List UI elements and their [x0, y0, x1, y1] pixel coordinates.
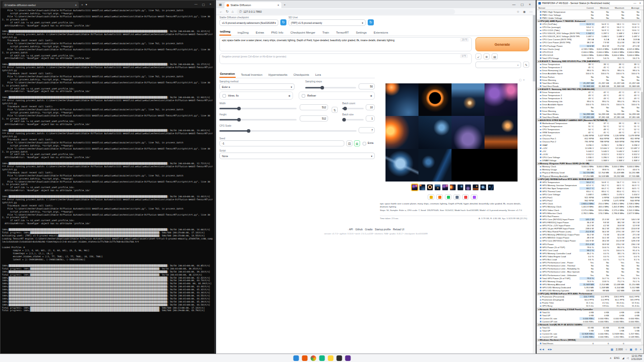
sensor-row[interactable]: GPU Max-Rated Power (sum) 252.8 W 34.4 W…	[537, 230, 641, 233]
webui-tab[interactable]: Extensions	[373, 31, 389, 36]
sensor-row[interactable]: Total DL 0 KB 0 KB 0 KB 0 KB	[537, 311, 641, 314]
browser-tab[interactable]: Stable Diffusion ×	[224, 2, 281, 8]
taskbar-app-icon[interactable]	[302, 355, 308, 361]
new-tab-icon[interactable]: +	[81, 3, 83, 6]
sensor-row[interactable]: GPU Core Voltage 1.068 V 0.880 V 1.070 V…	[537, 193, 641, 196]
clock[interactable]: 12:01 PM 1/31/2024	[631, 355, 642, 361]
generated-image[interactable]	[418, 149, 452, 182]
logging-icon[interactable]: ▣	[630, 348, 632, 351]
generated-image[interactable]	[418, 83, 452, 116]
sensor-row[interactable]: CPU (Tctl/Tdie) 55.9 °C 50.9 °C 58.1 °C …	[537, 22, 641, 25]
sensor-row[interactable]: GPU [#0]: NVIDIA GeForce RTX 4080: Perfo…	[537, 292, 641, 295]
edit-styles-button[interactable]: ✎	[523, 62, 529, 68]
sensor-row[interactable]: Windows Hardware Errors (WHEA)	[537, 339, 641, 342]
sensor-row[interactable]: GPU Power (% of TDP) 78.6 % 10.6 % 86.3 …	[537, 246, 641, 249]
footer-link[interactable]: Github	[353, 228, 363, 231]
sensor-row[interactable]: GPU Performance Limit - Utilization Yes …	[537, 274, 641, 277]
forward-icon[interactable]: ◄►	[547, 348, 553, 351]
workspaces-icon[interactable]: ▦	[219, 3, 222, 6]
sampling-steps-slider[interactable]	[305, 87, 356, 88]
sensor-row[interactable]: PMIC High Temperature No No No No	[537, 10, 641, 13]
hires-fix-checkbox[interactable]	[222, 94, 226, 98]
batch-size-slider[interactable]	[342, 119, 364, 120]
sensor-row[interactable]: VBAT 3.296 V 3.296 V 3.296 V 3.296 V	[537, 143, 641, 146]
sensor-row[interactable]: GPU Performance Limit - Power Yes No Yes…	[537, 261, 641, 264]
sensor-row[interactable]: Network: Realtek Gaming 2.5GbE Family Co…	[537, 308, 641, 311]
generated-image[interactable]	[385, 83, 418, 116]
gallery-action-button[interactable]	[471, 194, 477, 200]
gear-icon[interactable]: ⚙	[635, 348, 637, 351]
checkpoint-dropdown[interactable]: v1-5-pruned-emaonly.safetensors [6ce0161…	[219, 19, 278, 26]
sensor-row[interactable]: VRM Temperature 42 °C 41 °C 44 °C 42 °C	[537, 131, 641, 134]
webui-tab[interactable]: TensorRT	[336, 31, 349, 36]
minimize-icon[interactable]: —	[512, 3, 516, 7]
new-tab-icon[interactable]: +	[284, 3, 286, 6]
maximize-icon[interactable]: ▢	[202, 3, 205, 6]
sensor-row[interactable]: GPU Core Load 98.2 % 0.0 % 100.0 % 91.4 …	[537, 249, 641, 252]
sensor-row[interactable]: GPU Power 251.4 W 33.9 W 276.2 W 236.1 W	[537, 243, 641, 246]
reuse-seed-button[interactable]: ♻	[354, 140, 360, 146]
sensor-row[interactable]: CPU UCLK 3,000.0 MHz 3,000.0 MHz 3,000.0…	[537, 53, 641, 56]
tab-close-icon[interactable]: ×	[75, 4, 77, 7]
txt2img-subtab[interactable]: Generation	[219, 72, 236, 78]
generated-image[interactable]	[385, 149, 418, 182]
sensor-row[interactable]: GPU 16-pin HVPWR Input Power 238.6 W 30.…	[537, 227, 641, 230]
sensor-row[interactable]: Total GPU Power [% of TGP] 79.3 % 10.7 %…	[537, 277, 641, 280]
sensor-row[interactable]: GPU D3D Memory Dynamic 131 MB 98 MB 142 …	[537, 289, 641, 292]
sensor-row[interactable]: GPU Temperature 56.4 °C 50.8 °C 56.7 °C …	[537, 180, 641, 184]
maximize-icon[interactable]: ▢	[521, 3, 524, 7]
terminal-tab[interactable]: D:\stable-diffusion-webui ×	[3, 2, 79, 8]
tab-dropdown-icon[interactable]: ▾	[86, 3, 87, 6]
sampling-method-dropdown[interactable]: Euler a ▾	[219, 83, 295, 90]
taskbar-app-icon[interactable]	[294, 355, 299, 361]
sensor-row[interactable]: GPU Clock 2,805.0 MHz 210.0 MHz 2,805.0 …	[537, 202, 641, 205]
sensor-row[interactable]: Total UP 1 KB 1 KB 1 KB 1 KB	[537, 329, 641, 333]
sensor-row[interactable]: Total Host Writes 21,297 GB 21,297 GB 21…	[537, 81, 641, 84]
back-icon[interactable]: ←	[219, 10, 223, 13]
styles-dropdown[interactable]: ▾	[475, 62, 521, 68]
extra-seed-checkbox[interactable]	[363, 142, 366, 145]
gallery-thumbnail[interactable]	[488, 184, 494, 191]
refresh-checkpoints-button[interactable]: ↻	[280, 19, 286, 25]
sensor-row[interactable]: CPU Fan 1,084 RPM 1,027 RPM 1,126 RPM 1,…	[537, 134, 641, 137]
gallery-thumbnail[interactable]	[427, 184, 433, 191]
minimize-icon[interactable]: —	[195, 3, 198, 6]
gallery-thumbnail[interactable]	[442, 184, 448, 191]
sensor-row[interactable]: Current DL rate 12.828 KB/s 0.000 KB/s 1…	[537, 333, 641, 336]
gallery-action-button[interactable]	[462, 194, 469, 200]
reload-icon[interactable]: ↻	[226, 10, 229, 14]
sensor-row[interactable]: GPU MSVDD Output Power 48.3 W 10.1 W 52.…	[537, 236, 641, 239]
sensor-row[interactable]: Framerate (Presented) 116.7 FPS 0.0 FPS …	[537, 295, 641, 298]
home-icon[interactable]: ⌂	[232, 10, 234, 13]
batch-count-slider[interactable]	[342, 108, 364, 109]
webui-tab[interactable]: Checkpoint Merger	[290, 31, 316, 36]
close-icon[interactable]: ×	[529, 3, 531, 7]
column-maximum[interactable]: Maximum	[610, 7, 625, 9]
sensor-row[interactable]: Memory: Kingston FURY Beast DDR5 (2×16 G…	[537, 162, 641, 165]
cfg-scale-slider[interactable]	[219, 130, 357, 132]
sensor-row[interactable]: GPU Memory Controller Load 36.2 % 0.0 % …	[537, 252, 641, 255]
taskbar-app-icon[interactable]	[337, 355, 342, 361]
width-value[interactable]: 512	[300, 104, 328, 110]
footer-link[interactable]: Gradio	[363, 228, 372, 231]
sensor-row[interactable]: Current UP rate 1.051 KB/s 0.000 KB/s 1.…	[537, 336, 641, 339]
sensor-row[interactable]: GPU Performance Limit - Max Operating Vo…	[537, 270, 641, 274]
sensor-row[interactable]: Drive Failure No No No No	[537, 106, 641, 109]
graph-icon[interactable]: ▦	[610, 348, 613, 351]
profile-icon[interactable]: ◉	[523, 10, 526, 13]
sensor-row[interactable]: GPU Fan2 962 RPM 0 RPM 1,071 RPM 944 RPM	[537, 199, 641, 202]
sensor-row[interactable]: GPU D3D Memory Dedicated 5,953 MB 1,208 …	[537, 286, 641, 289]
sensor-row[interactable]: Drive Remaining Life 98.0 % 98.0 % 98.0 …	[537, 69, 641, 72]
sensor-row[interactable]: Chipset Temperature 51 °C 50 °C 52 °C 51…	[537, 125, 641, 128]
sensor-row[interactable]: CPU Core Current (SVI3 TFN) 28.5 A 6.2 A…	[537, 38, 641, 41]
batch-count-value[interactable]: 10	[366, 104, 375, 110]
sensor-row[interactable]: Drive Available Spare 100.0 % 100.0 % 10…	[537, 72, 641, 75]
txt2img-subtab[interactable]: Checkpoints	[293, 73, 310, 78]
sensor-row[interactable]: S.M.A.R.T.: Samsung SSD 980 PRO 2TB (S6B…	[537, 87, 641, 90]
footer-link[interactable]: API	[347, 228, 353, 231]
close-icon[interactable]: ×	[639, 2, 641, 5]
sensor-row[interactable]: GPU Memory Allocated 11,949 MB 2,214 MB …	[537, 283, 641, 286]
sensor-row[interactable]: GPU Hot Spot Temperature 66.2 °C 60.2 °C…	[537, 187, 641, 190]
script-dropdown[interactable]: None ▾	[219, 153, 375, 159]
gallery-thumbnail[interactable]	[472, 184, 479, 191]
